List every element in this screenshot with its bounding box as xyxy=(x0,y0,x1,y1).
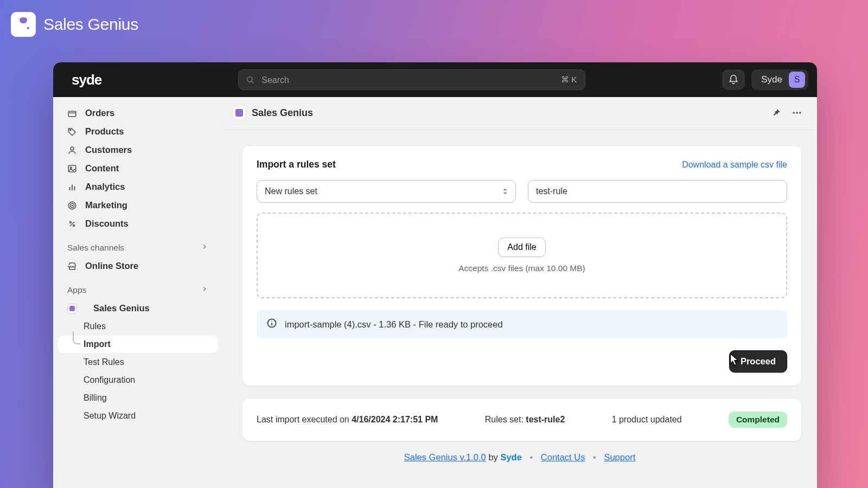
sidebar-sub-setup-wizard[interactable]: Setup Wizard xyxy=(58,407,218,425)
svg-point-6 xyxy=(70,167,72,169)
tree-connector-icon xyxy=(73,331,80,344)
sidebar-item-label: Configuration xyxy=(84,375,135,385)
sidebar-sub-test-rules[interactable]: Test Rules xyxy=(58,354,218,371)
sales-genius-icon xyxy=(67,304,77,313)
search-icon xyxy=(246,75,254,84)
sidebar-item-label: Sales Genius xyxy=(93,303,150,313)
sidebar-item-label: Import xyxy=(84,339,111,349)
sidebar: Orders Products Customers Content Analyt… xyxy=(53,97,222,488)
user-name: Syde xyxy=(761,74,782,85)
page-title: Sales Genius xyxy=(252,107,313,119)
pin-button[interactable] xyxy=(768,105,784,121)
app-window: syde Search ⌘ K Syde S Orders xyxy=(53,62,817,488)
sidebar-item-label: Marketing xyxy=(85,200,127,210)
updated-count: 1 product updated xyxy=(612,415,682,425)
svg-rect-2 xyxy=(68,111,76,117)
sidebar-item-online-store[interactable]: Online Store xyxy=(58,257,218,275)
sidebar-item-label: Setup Wizard xyxy=(84,411,136,421)
svg-point-20 xyxy=(271,320,272,322)
sidebar-item-label: Billing xyxy=(84,393,107,403)
select-value: New rules set xyxy=(265,187,317,196)
notifications-button[interactable] xyxy=(722,69,745,90)
svg-point-15 xyxy=(793,112,795,113)
sidebar-sub-rules[interactable]: Rules xyxy=(58,318,218,335)
import-card: Import a rules set Download a sample csv… xyxy=(242,145,802,386)
sidebar-section-apps[interactable]: Apps xyxy=(58,281,218,299)
chevron-right-icon xyxy=(201,285,208,295)
svg-point-17 xyxy=(799,112,801,113)
rules-set-select[interactable]: New rules set xyxy=(257,180,516,203)
version-link[interactable]: Sales Genius v.1.0.0 xyxy=(404,452,486,462)
download-sample-link[interactable]: Download a sample csv file xyxy=(682,160,787,170)
svg-point-12 xyxy=(72,205,73,206)
chevron-right-icon xyxy=(201,243,208,253)
search-shortcut: ⌘ K xyxy=(561,75,577,85)
sidebar-sub-configuration[interactable]: Configuration xyxy=(58,371,218,389)
exec-prefix: Last import executed on xyxy=(257,415,352,424)
svg-point-0 xyxy=(247,77,252,82)
topbar: syde Search ⌘ K Syde S xyxy=(53,62,817,97)
vendor-part1: Sy xyxy=(500,452,511,462)
svg-rect-5 xyxy=(68,165,76,172)
last-import-status: Last import executed on 4/16/2024 2:17:5… xyxy=(242,398,802,441)
sidebar-sub-import[interactable]: Import xyxy=(58,336,218,353)
sidebar-item-discounts[interactable]: Discounts xyxy=(58,215,218,233)
sidebar-item-label: Test Rules xyxy=(84,357,124,367)
vendor-part2: de xyxy=(512,452,522,462)
card-title: Import a rules set xyxy=(257,159,336,170)
sidebar-item-analytics[interactable]: Analytics xyxy=(58,178,218,196)
sidebar-item-label: Analytics xyxy=(85,182,125,192)
sales-genius-icon xyxy=(232,106,246,120)
select-arrows-icon xyxy=(501,186,509,199)
main-content: Sales Genius Import a rules set Download… xyxy=(222,97,817,488)
status-badge: Completed xyxy=(729,412,787,428)
svg-point-14 xyxy=(73,224,75,226)
add-file-button[interactable]: Add file xyxy=(498,237,545,257)
sidebar-item-label: Products xyxy=(85,126,124,137)
more-button[interactable] xyxy=(789,105,805,121)
sidebar-item-label: Content xyxy=(85,163,119,174)
sidebar-item-label: Customers xyxy=(85,145,132,155)
rules-set-prefix: Rules set: xyxy=(485,415,526,424)
sidebar-item-label: Rules xyxy=(84,322,106,331)
sidebar-item-customers[interactable]: Customers xyxy=(58,141,218,159)
svg-point-13 xyxy=(70,221,72,223)
banner-text: import-sample (4).csv - 1.36 KB - File r… xyxy=(285,319,503,330)
by-text: by xyxy=(488,452,500,462)
avatar: S xyxy=(789,72,805,88)
footer: Sales Genius v.1.0.0 by Syde • Contact U… xyxy=(222,452,817,463)
info-icon xyxy=(266,318,277,331)
sidebar-item-label: Online Store xyxy=(85,261,138,271)
support-link[interactable]: Support xyxy=(604,452,635,462)
sidebar-item-content[interactable]: Content xyxy=(58,159,218,177)
sidebar-item-sales-genius[interactable]: Sales Genius xyxy=(58,299,218,317)
sidebar-sub-billing[interactable]: Billing xyxy=(58,389,218,407)
sidebar-item-label: Orders xyxy=(85,108,114,118)
brand-logo[interactable]: syde xyxy=(72,72,101,88)
sidebar-item-marketing[interactable]: Marketing xyxy=(58,196,218,214)
file-dropzone[interactable]: Add file Accepts .csv files (max 10.00 M… xyxy=(257,213,787,298)
svg-line-1 xyxy=(252,81,253,83)
svg-point-16 xyxy=(796,112,797,113)
rules-set-value: test-rule2 xyxy=(526,415,565,424)
contact-link[interactable]: Contact Us xyxy=(541,452,585,462)
svg-point-4 xyxy=(71,147,74,150)
app-name: Sales Genius xyxy=(43,15,138,34)
svg-point-3 xyxy=(70,129,71,130)
rules-name-input[interactable] xyxy=(528,180,787,203)
separator-icon: • xyxy=(529,452,533,462)
app-logo xyxy=(11,12,36,37)
user-menu[interactable]: Syde S xyxy=(751,69,808,90)
search-input[interactable]: Search xyxy=(238,69,585,90)
sidebar-item-label: Discounts xyxy=(85,219,129,229)
cursor-icon xyxy=(727,352,741,367)
sidebar-item-orders[interactable]: Orders xyxy=(58,104,218,122)
sidebar-item-products[interactable]: Products xyxy=(58,123,218,140)
exec-time: 4/16/2024 2:17:51 PM xyxy=(352,415,438,424)
sidebar-section-channels[interactable]: Sales channels xyxy=(58,239,218,256)
file-ready-banner: import-sample (4).csv - 1.36 KB - File r… xyxy=(257,310,787,338)
separator-icon: • xyxy=(593,452,596,462)
dropzone-hint: Accepts .csv files (max 10.00 MB) xyxy=(458,264,585,273)
